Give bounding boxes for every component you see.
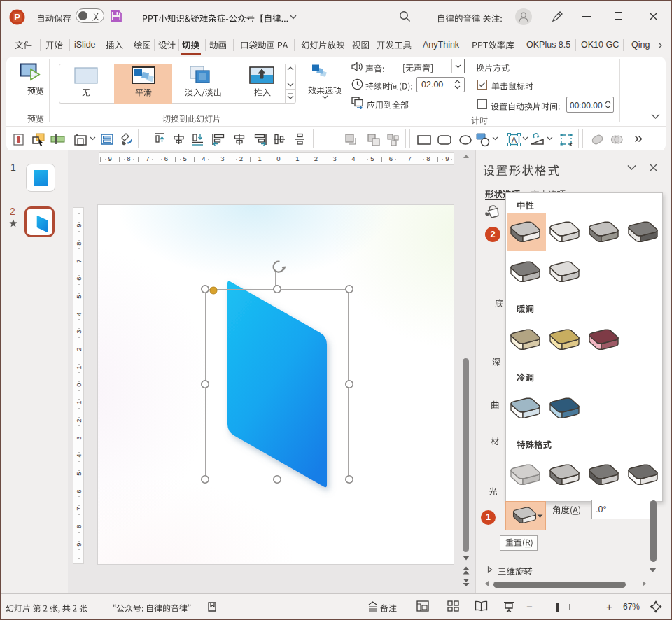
svg-text:A: A xyxy=(512,136,517,144)
svg-text:P: P xyxy=(14,12,20,22)
